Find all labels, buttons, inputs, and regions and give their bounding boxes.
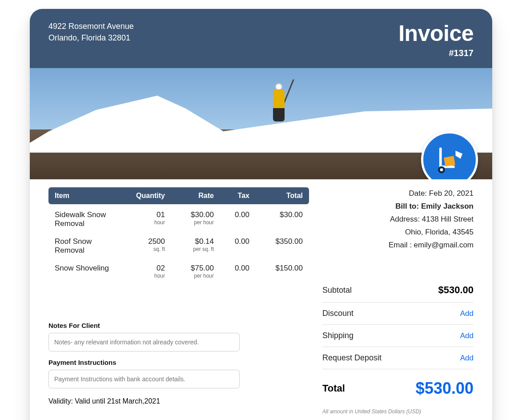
invoice-title: Invoice bbox=[398, 20, 474, 46]
table-header: Item Quantity Rate Tax Total bbox=[48, 187, 309, 204]
table-row: Roof Snow Removal 2500 sq. ft $0.14 per … bbox=[48, 231, 309, 258]
item-tax: 0.00 bbox=[214, 264, 249, 273]
table-row: Snow Shoveling 02 hour $75.00 per hour 0… bbox=[48, 258, 309, 282]
col-tax: Tax bbox=[214, 192, 249, 200]
item-name: Snow Shoveling bbox=[55, 264, 120, 273]
item-rate: $75.00 per hour bbox=[165, 264, 214, 279]
worker-figure bbox=[270, 81, 288, 121]
item-total: $350.00 bbox=[249, 237, 303, 246]
subtotal-row: Subtotal $530.00 bbox=[322, 278, 474, 303]
item-total: $150.00 bbox=[249, 264, 303, 273]
address-line: Address: 4138 Hill Street bbox=[322, 213, 474, 226]
add-shipping-button[interactable]: Add bbox=[460, 331, 474, 340]
notes-section: Notes For Client Payment Instructions Va… bbox=[48, 322, 309, 405]
item-name: Roof Snow Removal bbox=[55, 237, 120, 255]
right-column: Date: Feb 20, 2021 Bill to: Emily Jackso… bbox=[322, 187, 474, 415]
billto-line: Bill to: Emily Jackson bbox=[322, 200, 474, 213]
add-deposit-button[interactable]: Add bbox=[460, 354, 474, 363]
hero-image bbox=[30, 68, 492, 179]
currency-note: All amount in United States Dollars (USD… bbox=[322, 408, 474, 415]
notes-input[interactable] bbox=[48, 333, 240, 351]
item-qty: 2500 sq. ft bbox=[120, 237, 165, 252]
invoice-header: 4922 Rosemont Avenue Orlando, Florida 32… bbox=[30, 9, 492, 68]
col-total: Total bbox=[249, 192, 303, 200]
grand-total: $530.00 bbox=[416, 379, 474, 398]
bill-meta: Date: Feb 20, 2021 Bill to: Emily Jackso… bbox=[322, 187, 474, 251]
totals: Subtotal $530.00 Discount Add Shipping A… bbox=[322, 278, 474, 415]
item-qty: 02 hour bbox=[120, 264, 165, 279]
deposit-row: Request Deposit Add bbox=[322, 347, 474, 369]
title-block: Invoice #1317 bbox=[398, 20, 474, 58]
col-quantity: Quantity bbox=[120, 192, 165, 200]
invoice-card: 4922 Rosemont Avenue Orlando, Florida 32… bbox=[30, 9, 492, 420]
item-tax: 0.00 bbox=[214, 237, 249, 246]
payment-input[interactable] bbox=[48, 370, 240, 388]
notes-label: Notes For Client bbox=[48, 322, 309, 329]
address-line-2: Ohio, Florida, 43545 bbox=[322, 226, 474, 239]
svg-rect-2 bbox=[444, 156, 455, 166]
address-line-2: Orlando, Florida 32801 bbox=[48, 32, 134, 44]
svg-point-1 bbox=[440, 168, 443, 171]
validity: Validity: Valid until 21st March,2021 bbox=[48, 397, 309, 405]
add-discount-button[interactable]: Add bbox=[460, 309, 474, 318]
item-total: $30.00 bbox=[249, 210, 303, 219]
sender-address: 4922 Rosemont Avenue Orlando, Florida 32… bbox=[48, 20, 134, 44]
date-line: Date: Feb 20, 2021 bbox=[322, 187, 474, 200]
item-tax: 0.00 bbox=[214, 210, 249, 219]
item-rate: $0.14 per sq. ft bbox=[165, 237, 214, 252]
content: Item Quantity Rate Tax Total Sidewalk Sn… bbox=[30, 179, 492, 420]
left-column: Item Quantity Rate Tax Total Sidewalk Sn… bbox=[48, 187, 309, 415]
total-row: Total $530.00 bbox=[322, 369, 474, 404]
discount-row: Discount Add bbox=[322, 303, 474, 325]
col-item: Item bbox=[55, 192, 120, 200]
hand-truck-icon bbox=[434, 144, 466, 176]
item-rate: $30.00 per hour bbox=[165, 210, 214, 226]
payment-label: Payment Instructions bbox=[48, 359, 309, 366]
invoice-number: #1317 bbox=[398, 48, 474, 58]
snow-shape bbox=[30, 81, 492, 153]
item-name: Sidewalk Snow Removal bbox=[55, 210, 120, 228]
address-line-1: 4922 Rosemont Avenue bbox=[48, 20, 134, 32]
shipping-row: Shipping Add bbox=[322, 325, 474, 347]
email-line: Email : emily@gmail.com bbox=[322, 239, 474, 252]
col-rate: Rate bbox=[165, 192, 214, 200]
table-row: Sidewalk Snow Removal 01 hour $30.00 per… bbox=[48, 204, 309, 231]
item-qty: 01 hour bbox=[120, 210, 165, 226]
